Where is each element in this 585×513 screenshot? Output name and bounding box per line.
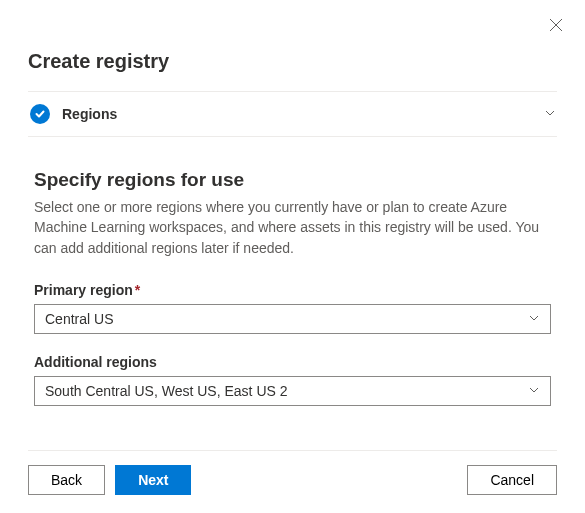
primary-region-label: Primary region*	[34, 282, 551, 298]
content-description: Select one or more regions where you cur…	[34, 197, 551, 258]
primary-region-select[interactable]: Central US	[34, 304, 551, 334]
close-icon	[549, 18, 563, 32]
section-header-regions[interactable]: Regions	[28, 92, 557, 136]
content-heading: Specify regions for use	[34, 169, 551, 191]
primary-region-label-text: Primary region	[34, 282, 133, 298]
cancel-button[interactable]: Cancel	[467, 465, 557, 495]
footer: Back Next Cancel	[28, 453, 557, 495]
back-button[interactable]: Back	[28, 465, 105, 495]
content-area: Specify regions for use Select one or mo…	[28, 137, 557, 406]
additional-regions-label: Additional regions	[34, 354, 551, 370]
page-title: Create registry	[28, 50, 557, 73]
next-button[interactable]: Next	[115, 465, 191, 495]
section-label: Regions	[62, 106, 543, 122]
required-asterisk: *	[135, 282, 140, 298]
additional-regions-value: South Central US, West US, East US 2	[45, 383, 528, 399]
additional-regions-select[interactable]: South Central US, West US, East US 2	[34, 376, 551, 406]
chevron-down-icon	[528, 383, 540, 399]
close-button[interactable]	[545, 14, 567, 39]
chevron-down-icon	[528, 311, 540, 327]
primary-region-value: Central US	[45, 311, 528, 327]
check-circle-icon	[30, 104, 50, 124]
divider	[28, 450, 557, 451]
chevron-down-icon	[543, 106, 557, 123]
